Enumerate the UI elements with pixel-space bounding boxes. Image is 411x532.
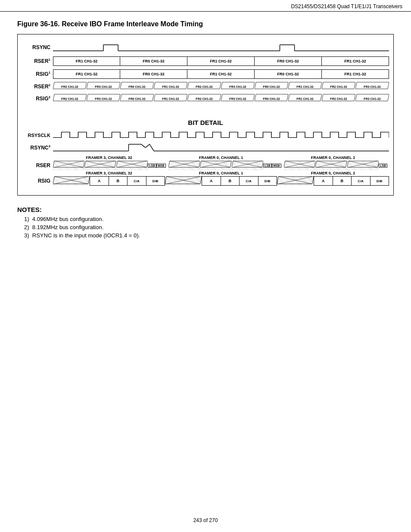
- rsig2-frames: FR2 CH1-32 FR3 CH1-32 FR0 CH1-32: [53, 94, 389, 103]
- rsig-db-2: D/B: [258, 176, 277, 186]
- rser1-cell-1: FR1 CH1-32: [53, 56, 120, 66]
- rser2-content: FR2 CH1-32 FR3 CH1-32 FR0 CH1-32: [53, 82, 389, 91]
- header-title: DS21455/DS21458 Quad T1/E1/J1 Transceive…: [291, 3, 402, 9]
- rsig-xhatch-1: [53, 176, 90, 186]
- rsig-ca-1: C/A: [128, 176, 146, 186]
- rsync3-label: RSYNC3: [22, 145, 53, 151]
- rsync3-row: RSYNC3: [22, 142, 389, 154]
- rser2-frames: FR2 CH1-32 FR3 CH1-32 FR0 CH1-32: [53, 82, 389, 91]
- rser2-cell: FR1 CH1-32: [154, 82, 187, 91]
- spacer: [22, 106, 389, 115]
- rser-detail-row: RSER: [22, 161, 389, 170]
- rsig2-cell: FR1 CH1-32: [288, 94, 322, 103]
- rsig1-content: FR1 CH1-32 FR0 CH1-32 FR1 CH1-32 FR0 CH1…: [53, 69, 389, 79]
- framer-label-1: FRAMER 3, CHANNEL 32: [53, 156, 165, 160]
- rsysclk-label: RSYSCLK: [22, 133, 53, 138]
- rsig1-cell-1: FR1 CH1-32: [53, 69, 120, 79]
- svg-line-33: [146, 144, 150, 148]
- page-number: 243 of 270: [193, 517, 218, 523]
- notes-list: 1) 4.096MHz bus configuration. 2) 8.192M…: [17, 216, 394, 239]
- notes-title: NOTES:: [17, 206, 394, 213]
- rsysclk-row: RSYSCLK: [22, 131, 389, 140]
- rsig1-row: RSIG1 FR1 CH1-32 FR0 CH1-32 FR1 CH1-32 F…: [22, 69, 389, 79]
- rser-x-cell: [200, 161, 231, 170]
- rser-x-cell: [232, 161, 263, 170]
- note-2: 2) 8.192MHz bus configuration.: [24, 224, 394, 230]
- diagram-box: RSYNC: [17, 34, 394, 196]
- rser1-label: RSER1: [22, 58, 53, 64]
- rsig-detail-content: A B C/A D/B A B C/A D/B: [53, 176, 389, 186]
- page-footer: 243 of 270: [0, 517, 411, 523]
- framer-labels-row: FRAMER 3, CHANNEL 32 FRAMER 0, CHANNEL 1…: [22, 156, 389, 160]
- svg-line-34: [149, 144, 154, 151]
- rser-detail-label: RSER: [22, 162, 53, 168]
- rsig1-cell-5: FR1 CH1-32: [322, 69, 389, 79]
- rsig1-cell-2: FR0 CH1-32: [120, 69, 187, 79]
- rsync3-signal: [53, 142, 389, 154]
- framer-labels-row2: FRAMER 3, CHANNEL 32 FRAMER 0, CHANNEL 1…: [22, 171, 389, 175]
- rser2-label: RSER2: [22, 84, 53, 90]
- rsig-a-3: A: [314, 176, 333, 186]
- rsig-detail-label: RSIG: [22, 178, 53, 184]
- rsig-b-1: B: [109, 176, 128, 186]
- rsig1-label: RSIG1: [22, 71, 53, 77]
- rsig2-cell: FR0 CH1-32: [120, 94, 154, 103]
- rser-x-cell: [53, 161, 84, 170]
- rser2-cell: FR3 CH1-32: [355, 82, 389, 91]
- rser-detail-content: LSB MSB: [53, 161, 389, 170]
- rsig2-cell: FR0 CH1-32: [255, 94, 288, 103]
- rsig2-content: FR2 CH1-32 FR3 CH1-32 FR0 CH1-32: [53, 94, 389, 103]
- rsig-xhatch-3: [277, 176, 314, 186]
- rser2-cell: FR1 CH1-32: [288, 82, 322, 91]
- note-1: 1) 4.096MHz bus configuration.: [24, 216, 394, 222]
- rsig2-cell: FR2 CH1-32: [53, 94, 87, 103]
- rser1-frames: FR1 CH1-32 FR0 CH1-32 FR1 CH1-32 FR0 CH1…: [53, 56, 389, 66]
- rser-x-cell: [347, 161, 379, 170]
- rser2-cell: FR3 CH1-32: [221, 82, 255, 91]
- rsig-b-3: B: [333, 176, 352, 186]
- rser1-content: FR1 CH1-32 FR0 CH1-32 FR1 CH1-32 FR0 CH1…: [53, 56, 389, 66]
- rsig-a-1: A: [90, 176, 109, 186]
- header: DS21455/DS21458 Quad T1/E1/J1 Transceive…: [0, 0, 411, 12]
- rser-x-cell: [84, 161, 116, 170]
- rsig1-cell-3: FR1 CH1-32: [187, 69, 255, 79]
- rser2-cell: FR2 CH1-32: [187, 82, 221, 91]
- rsig2-cell: FR3 CH1-32: [221, 94, 255, 103]
- rsig-db-1: D/B: [146, 176, 165, 186]
- rser2-cell: FR2 CH1-32: [322, 82, 355, 91]
- rsig-detail-row: RSIG A B C/A D/B: [22, 176, 389, 186]
- lsb-msb-1: LSB MSB: [148, 161, 168, 170]
- notes-section: NOTES: 1) 4.096MHz bus configuration. 2)…: [17, 206, 394, 239]
- rsig-ca-3: C/A: [352, 176, 371, 186]
- rsig2-label: RSIG2: [22, 96, 53, 102]
- rsig-xhatch-2: [165, 176, 202, 186]
- rser2-cell: FR0 CH1-32: [120, 82, 154, 91]
- rsig2-cell: FR2 CH1-32: [187, 94, 221, 103]
- rser-x-cell: [315, 161, 347, 170]
- rser1-row: RSER1 FR1 CH1-32 FR0 CH1-32 FR1 CH1-32 F…: [22, 56, 389, 66]
- rsig1-cell-4: FR0 CH1-32: [255, 69, 322, 79]
- svg-line-32: [141, 144, 146, 148]
- framer-label-3: FRAMER 0, CHANNEL 2: [277, 156, 389, 160]
- framer-label-2: FRAMER 0, CHANNEL 1: [165, 156, 277, 160]
- rsig2-cell: FR2 CH1-32: [322, 94, 355, 103]
- bit-detail-title: BIT DETAIL: [22, 119, 389, 126]
- rsig1-frames: FR1 CH1-32 FR0 CH1-32 FR1 CH1-32 FR0 CH1…: [53, 69, 389, 79]
- rsig-ca-2: C/A: [240, 176, 258, 186]
- rsig2-cell: FR3 CH1-32: [87, 94, 120, 103]
- rsync-label: RSYNC: [22, 44, 53, 50]
- rser2-cell: FR3 CH1-32: [87, 82, 120, 91]
- rser1-cell-2: FR0 CH1-32: [120, 56, 187, 66]
- rser-x-cell: [284, 161, 315, 170]
- rsync-signal: [53, 41, 389, 53]
- rsysclk-signal: [53, 131, 389, 140]
- rser-x-cell: [168, 161, 200, 170]
- note-3: 3) RSYNC is in the input mode (IOCR1.4 =…: [24, 232, 394, 239]
- framer-label-5: FRAMER 0, CHANNEL 1: [165, 171, 277, 175]
- rsig2-row: RSIG2 FR2 CH1-32 FR3 CH1-32: [22, 94, 389, 103]
- rser2-cell: FR2 CH1-32: [53, 82, 87, 91]
- rsig-db-3: D/B: [371, 176, 389, 186]
- rser2-cell: FR0 CH1-32: [255, 82, 288, 91]
- lsb-3: LSB: [379, 161, 389, 170]
- figure-title: Figure 36-16. Receive IBO Frame Interlea…: [17, 20, 394, 28]
